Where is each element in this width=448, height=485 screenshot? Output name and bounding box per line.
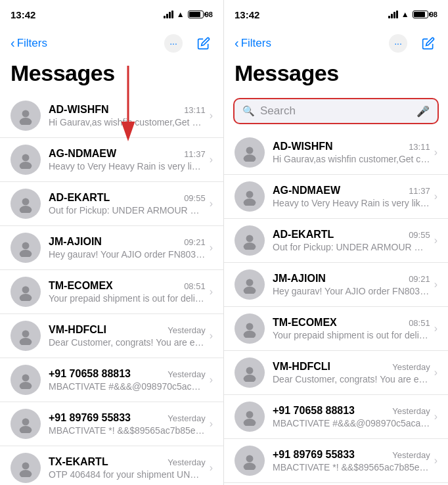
left-message-content-4: TM-ECOMEX 08:51 Your prepaid shipment is…: [49, 280, 206, 304]
svg-point-9: [20, 250, 32, 257]
left-time-3: 09:21: [184, 237, 206, 247]
left-sender-3: JM-AJIOIN: [49, 236, 102, 248]
right-preview-1: Heavy to Very Heavy Rain is very likely …: [273, 198, 430, 208]
right-message-item-2[interactable]: AD-EKARTL 09:55 Out for Pickup: UNDER AR…: [224, 219, 448, 263]
svg-point-4: [22, 154, 30, 161]
left-sender-1: AG-NDMAEW: [49, 148, 116, 160]
left-message-header-7: +91 89769 55833 Yesterday: [49, 412, 206, 424]
right-chevron-right-1: ›: [434, 191, 437, 202]
search-input[interactable]: Search: [260, 104, 411, 118]
right-time-1: 11:37: [409, 186, 430, 196]
right-avatar-0: [235, 137, 265, 168]
left-preview-5: Dear Customer, congrats! You are eligibl…: [49, 337, 206, 348]
right-message-content-0: AD-WISHFN 13:11 Hi Gaurav,as wishfin cus…: [273, 141, 430, 164]
left-message-item-1[interactable]: AG-NDMAEW 11:37 Heavy to Very Heavy Rain…: [0, 138, 223, 182]
left-chevron-icon: ‹: [11, 35, 15, 51]
left-message-content-7: +91 89769 55833 Yesterday MBACTIVATE *! …: [49, 412, 206, 436]
right-back-button[interactable]: ‹ Filters: [235, 36, 271, 51]
left-sender-8: TX-EKARTL: [49, 456, 108, 468]
left-avatar-8: [11, 453, 41, 483]
svg-point-14: [22, 374, 30, 381]
right-preview-5: Dear Customer, congrats! You are eligibl…: [273, 374, 430, 384]
left-chevron-right-2: ›: [210, 198, 213, 210]
right-nav-bar: ‹ Filters ···: [224, 29, 448, 58]
right-preview-2: Out for Pickup: UNDER ARMOUR Men Grey Me…: [273, 242, 430, 252]
right-page-title: Messages: [224, 58, 448, 94]
left-avatar-2: [11, 189, 41, 219]
left-sender-5: VM-HDFCLI: [49, 324, 106, 336]
left-preview-0: Hi Gaurav,as wishfin customer,Get custom…: [49, 117, 206, 127]
right-time-2: 09:55: [409, 230, 430, 240]
left-message-list: AD-WISHFN 13:11 Hi Gaurav,as wishfin cus…: [0, 94, 223, 485]
svg-point-20: [246, 147, 254, 154]
svg-point-33: [244, 419, 256, 426]
left-compose-button[interactable]: [194, 34, 213, 53]
right-more-button[interactable]: ···: [389, 34, 407, 53]
left-message-header-4: TM-ECOMEX 08:51: [49, 280, 206, 292]
left-preview-8: OTP 406484 for your shipment UNDER...: [49, 469, 206, 480]
svg-point-22: [246, 191, 254, 198]
right-message-header-0: AD-WISHFN 13:11: [273, 141, 430, 152]
right-avatar-5: [235, 358, 265, 388]
left-message-item-5[interactable]: VM-HDFCLI Yesterday Dear Customer, congr…: [0, 314, 223, 358]
svg-point-29: [244, 331, 256, 338]
right-preview-3: Hey gaurav! Your AJIO order FN8032402993…: [273, 286, 430, 296]
left-back-button[interactable]: ‹ Filters: [11, 36, 47, 51]
right-chevron-right-4: ›: [434, 323, 437, 335]
svg-point-16: [22, 418, 30, 425]
left-more-button[interactable]: ···: [164, 34, 183, 53]
right-message-item-7[interactable]: +91 89769 55833 Yesterday MBACTIVATE *! …: [224, 439, 448, 483]
left-sender-6: +91 70658 88813: [49, 368, 131, 380]
left-message-content-8: TX-EKARTL Yesterday OTP 406484 for your …: [49, 456, 206, 480]
left-message-content-1: AG-NDMAEW 11:37 Heavy to Very Heavy Rain…: [49, 148, 206, 172]
left-sender-0: AD-WISHFN: [49, 104, 109, 116]
right-message-item-5[interactable]: VM-HDFCLI Yesterday Dear Customer, congr…: [224, 351, 448, 395]
left-nav-bar: ‹ Filters ···: [0, 29, 223, 58]
left-message-item-3[interactable]: JM-AJIOIN 09:21 Hey gaurav! Your AJIO or…: [0, 226, 223, 270]
right-phone-panel: 13:42 ▲ 98 ‹ Filters ···: [224, 0, 448, 485]
left-message-header-8: TX-EKARTL Yesterday: [49, 456, 206, 468]
right-avatar-6: [235, 402, 265, 432]
right-avatar-3: [235, 269, 265, 300]
svg-point-25: [244, 242, 256, 250]
svg-point-13: [20, 338, 32, 345]
right-message-item-1[interactable]: AG-NDMAEW 11:37 Heavy to Very Heavy Rain…: [224, 175, 448, 219]
right-chevron-right-7: ›: [434, 455, 437, 467]
svg-point-6: [22, 198, 30, 205]
right-message-item-3[interactable]: JM-AJIOIN 09:21 Hey gaurav! Your AJIO or…: [224, 263, 448, 307]
left-message-item-2[interactable]: AD-EKARTL 09:55 Out for Pickup: UNDER AR…: [0, 182, 223, 226]
right-compose-button[interactable]: [419, 34, 437, 53]
left-time-6: Yesterday: [168, 369, 205, 379]
left-time-2: 09:55: [184, 193, 206, 203]
svg-point-3: [20, 118, 32, 125]
right-message-item-0[interactable]: AD-WISHFN 13:11 Hi Gaurav,as wishfin cus…: [224, 131, 448, 175]
svg-point-15: [20, 382, 32, 389]
right-message-item-4[interactable]: TM-ECOMEX 08:51 Your prepaid shipment is…: [224, 307, 448, 351]
right-avatar-1: [235, 181, 265, 212]
right-sender-3: JM-AJIOIN: [273, 273, 326, 285]
search-bar[interactable]: 🔍 Search 🎤: [233, 98, 439, 124]
left-message-item-0[interactable]: AD-WISHFN 13:11 Hi Gaurav,as wishfin cus…: [0, 94, 223, 138]
left-message-item-7[interactable]: +91 89769 55833 Yesterday MBACTIVATE *! …: [0, 402, 223, 446]
left-time-5: Yesterday: [168, 325, 205, 335]
left-message-item-4[interactable]: TM-ECOMEX 08:51 Your prepaid shipment is…: [0, 270, 223, 314]
right-message-content-4: TM-ECOMEX 08:51 Your prepaid shipment is…: [273, 317, 430, 340]
left-status-bar: 13:42 ▲ 98: [0, 0, 223, 29]
right-sender-7: +91 89769 55833: [273, 449, 355, 461]
svg-point-17: [20, 426, 32, 433]
right-chevron-icon: ‹: [235, 35, 239, 51]
right-message-header-2: AD-EKARTL 09:55: [273, 229, 430, 241]
left-message-item-6[interactable]: +91 70658 88813 Yesterday MBACTIVATE #&&…: [0, 358, 223, 402]
microphone-icon[interactable]: 🎤: [416, 105, 430, 118]
left-message-content-5: VM-HDFCLI Yesterday Dear Customer, congr…: [49, 324, 206, 348]
left-message-item-8[interactable]: TX-EKARTL Yesterday OTP 406484 for your …: [0, 446, 223, 485]
right-status-bar: 13:42 ▲ 98: [224, 0, 448, 29]
left-nav-actions: ···: [164, 34, 213, 53]
left-message-header-2: AD-EKARTL 09:55: [49, 192, 206, 204]
right-message-item-6[interactable]: +91 70658 88813 Yesterday MBACTIVATE #&&…: [224, 395, 448, 439]
svg-point-5: [20, 162, 32, 169]
right-avatar-2: [235, 225, 265, 256]
svg-point-18: [22, 462, 30, 469]
left-sender-2: AD-EKARTL: [49, 192, 110, 204]
right-time-0: 13:11: [409, 142, 430, 152]
